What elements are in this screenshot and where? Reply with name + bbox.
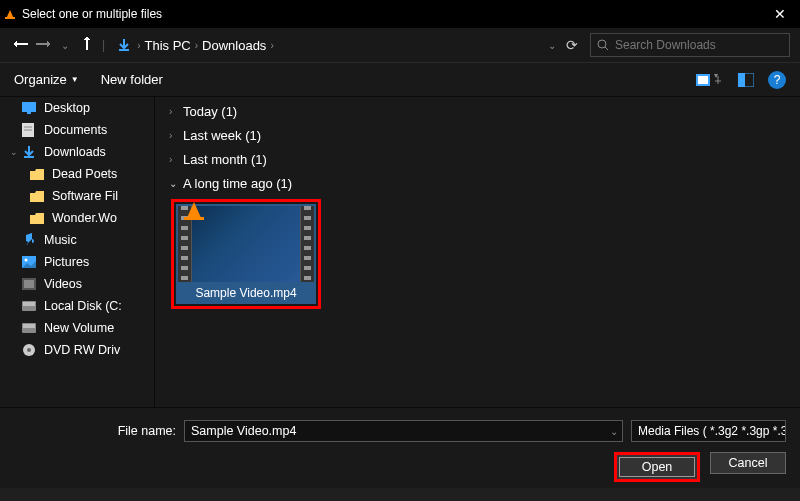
search-box[interactable]	[590, 33, 790, 57]
downloads-icon	[22, 145, 38, 159]
filetype-filter[interactable]: Media Files ( *.3g2 *.3gp *.3gp2 ⌄	[631, 420, 786, 442]
chevron-down-icon: ⌄	[169, 178, 183, 189]
downloads-icon	[117, 38, 131, 52]
group-today[interactable]: › Today (1)	[169, 99, 800, 123]
folder-icon	[30, 191, 46, 202]
sidebar-item-videos[interactable]: Videos	[0, 273, 154, 295]
title-bar: Select one or multiple files ✕	[0, 0, 800, 28]
pictures-icon	[22, 256, 38, 268]
chevron-right-icon: ›	[169, 106, 183, 117]
search-input[interactable]	[615, 38, 783, 52]
sidebar-item-documents[interactable]: Documents	[0, 119, 154, 141]
breadcrumb-downloads[interactable]: Downloads	[202, 38, 266, 53]
file-item-sample-video[interactable]: Sample Video.mp4	[176, 204, 316, 304]
filter-label: Media Files ( *.3g2 *.3gp *.3gp2	[638, 424, 786, 438]
documents-icon	[22, 123, 38, 137]
nav-bar: 🠔 🠖 ⌄ 🠕 | › This PC › Downloads › ⌄ ⟳	[0, 28, 800, 63]
sidebar-item-wonderwo[interactable]: Wonder.Wo	[0, 207, 154, 229]
recent-dropdown[interactable]: ⌄	[54, 40, 76, 51]
window-title: Select one or multiple files	[22, 7, 760, 21]
file-list[interactable]: › Today (1) › Last week (1) › Last month…	[155, 97, 800, 407]
chevron-right-icon: ›	[270, 40, 273, 51]
disk-icon	[22, 323, 38, 333]
new-folder-label: New folder	[101, 72, 163, 87]
group-lastweek[interactable]: › Last week (1)	[169, 123, 800, 147]
svg-rect-8	[27, 112, 31, 114]
sidebar-item-deadpoets[interactable]: Dead Poets	[0, 163, 154, 185]
chevron-right-icon: ›	[137, 40, 140, 51]
breadcrumb[interactable]: › This PC › Downloads ›	[137, 38, 548, 53]
sidebar-item-softwarefil[interactable]: Software Fil	[0, 185, 154, 207]
chevron-right-icon: ›	[195, 40, 198, 51]
help-button[interactable]: ?	[768, 71, 786, 89]
up-button[interactable]: 🠕	[76, 36, 98, 54]
dvd-icon	[22, 343, 38, 357]
svg-rect-7	[22, 102, 36, 112]
sidebar-item-downloads[interactable]: ⌄ Downloads	[0, 141, 154, 163]
svg-point-0	[598, 40, 606, 48]
highlight-box: Sample Video.mp4	[171, 199, 321, 309]
back-button[interactable]: 🠔	[10, 36, 32, 54]
highlight-box: Open	[614, 452, 700, 482]
vlc-cone-icon	[6, 10, 14, 19]
bottom-panel: File name: ⌄ Media Files ( *.3g2 *.3gp *…	[0, 407, 800, 488]
videos-icon	[22, 278, 38, 290]
forward-button[interactable]: 🠖	[32, 36, 54, 54]
sidebar-item-newvolume[interactable]: New Volume	[0, 317, 154, 339]
filename-input[interactable]	[191, 424, 616, 438]
cancel-button[interactable]: Cancel	[710, 452, 786, 474]
chevron-right-icon: ›	[169, 154, 183, 165]
chevron-right-icon: ›	[169, 130, 183, 141]
search-icon	[597, 39, 609, 51]
disk-icon	[22, 301, 38, 311]
refresh-button[interactable]: ⟳	[566, 37, 578, 53]
toolbar: Organize ▼ New folder ▾ ?	[0, 63, 800, 97]
file-label: Sample Video.mp4	[178, 282, 314, 302]
svg-line-1	[605, 47, 608, 50]
preview-pane-button[interactable]	[738, 73, 754, 87]
filename-label: File name:	[14, 424, 184, 438]
organize-menu[interactable]: Organize ▼	[14, 72, 79, 87]
close-button[interactable]: ✕	[760, 6, 800, 22]
sidebar[interactable]: Desktop Documents ⌄ Downloads Dead Poets…	[0, 97, 155, 407]
chevron-down-icon[interactable]: ⌄	[610, 426, 618, 437]
svg-point-21	[27, 348, 31, 352]
svg-rect-19	[23, 324, 35, 328]
sidebar-item-dvdrw[interactable]: DVD RW Driv	[0, 339, 154, 361]
svg-rect-15	[24, 280, 34, 288]
main-area: Desktop Documents ⌄ Downloads Dead Poets…	[0, 97, 800, 407]
svg-rect-3	[698, 76, 708, 84]
svg-rect-6	[738, 73, 745, 87]
organize-label: Organize	[14, 72, 67, 87]
breadcrumb-thispc[interactable]: This PC	[144, 38, 190, 53]
vlc-cone-icon	[186, 202, 202, 220]
chevron-down-icon: ▼	[71, 75, 79, 84]
group-longtime[interactable]: ⌄ A long time ago (1)	[169, 171, 800, 195]
video-thumbnail	[178, 206, 314, 282]
filename-box[interactable]: ⌄	[184, 420, 623, 442]
address-dropdown[interactable]: ⌄	[548, 40, 556, 51]
sidebar-item-pictures[interactable]: Pictures	[0, 251, 154, 273]
open-button[interactable]: Open	[619, 457, 695, 477]
view-button[interactable]: ▾	[696, 72, 724, 88]
svg-point-13	[25, 259, 28, 262]
folder-icon	[30, 169, 46, 180]
collapse-icon[interactable]: ⌄	[10, 147, 20, 157]
svg-rect-17	[23, 302, 35, 306]
music-icon	[22, 233, 38, 247]
nav-separator: |	[102, 38, 105, 52]
filmstrip-icon	[300, 206, 314, 282]
group-lastmonth[interactable]: › Last month (1)	[169, 147, 800, 171]
sidebar-item-music[interactable]: Music	[0, 229, 154, 251]
sidebar-item-desktop[interactable]: Desktop	[0, 97, 154, 119]
desktop-icon	[22, 102, 38, 114]
sidebar-item-localdisk[interactable]: Local Disk (C:	[0, 295, 154, 317]
svg-text:▾: ▾	[714, 72, 718, 80]
new-folder-button[interactable]: New folder	[101, 72, 163, 87]
folder-icon	[30, 213, 46, 224]
